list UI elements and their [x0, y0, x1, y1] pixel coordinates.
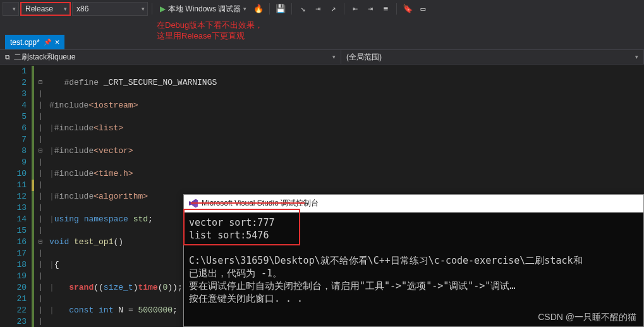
- chevron-down-icon: ▾: [635, 54, 638, 60]
- tab-filename: test.cpp*: [10, 38, 40, 47]
- project-icon: ⧉: [5, 53, 10, 61]
- step-into-icon[interactable]: ↘: [296, 2, 310, 16]
- debugger-label: 本地 Windows 调试器: [168, 4, 241, 15]
- toolbar-separator: [291, 3, 292, 15]
- fold-gutter: ⊟│││││⊟│││││││⊟│││││││: [34, 65, 47, 327]
- toolbar-separator: [152, 3, 152, 15]
- main-toolbar: Release x86 ▶ 本地 Windows 调试器 ▾ 🔥 💾 ↘ ⇥ ↗…: [0, 0, 644, 18]
- indent-more-icon[interactable]: ⇥: [363, 2, 377, 16]
- breadcrumb-bar: ⧉ 二刷stack和queue ▾ (全局范围) ▾: [0, 49, 644, 65]
- console-line: vector sort:777: [189, 217, 274, 228]
- save-icon[interactable]: 💾: [274, 2, 288, 16]
- pin-icon[interactable]: 📌: [44, 39, 51, 46]
- toolbar-generic-dropdown[interactable]: [3, 2, 19, 16]
- console-line: C:\Users\31659\Desktop\就不给你看\C++日常练习\c-c…: [189, 255, 583, 266]
- step-over-icon[interactable]: ⇥: [311, 2, 325, 16]
- indent-less-icon[interactable]: ⇤: [348, 2, 362, 16]
- config-dropdown[interactable]: Release: [20, 2, 71, 16]
- fire-icon[interactable]: 🔥: [252, 2, 265, 16]
- annotation-strikethrough: [191, 202, 305, 204]
- debug-console-window[interactable]: Microsoft Visual Studio 调试控制台 vector sor…: [183, 194, 644, 327]
- annotation-line-2: 这里用Release下更直观: [157, 31, 263, 42]
- breadcrumb-project-name: 二刷stack和queue: [14, 52, 75, 63]
- play-icon: ▶: [160, 4, 166, 13]
- step-out-icon[interactable]: ↗: [326, 2, 340, 16]
- close-icon[interactable]: ×: [55, 37, 60, 47]
- breadcrumb-project[interactable]: ⧉ 二刷stack和queue ▾: [0, 50, 341, 64]
- file-tab[interactable]: test.cpp* 📌 ×: [5, 35, 64, 49]
- watermark-text: CSDN @一只睡不醒的猫: [538, 312, 636, 323]
- console-line: 要在调试停止时自动关闭控制台，请启用"工具"->"选项"->"调试"->"调试…: [189, 280, 515, 292]
- chevron-down-icon: ▾: [332, 54, 336, 60]
- console-output[interactable]: vector sort:777 list sort:5476 C:\Users\…: [184, 213, 643, 326]
- console-titlebar[interactable]: Microsoft Visual Studio 调试控制台: [184, 195, 643, 213]
- tab-bar: test.cpp* 📌 ×: [0, 33, 644, 49]
- console-line: 已退出，代码为 -1。: [189, 268, 282, 279]
- toolbar-separator: [344, 3, 344, 15]
- nav-icon[interactable]: ▭: [416, 2, 430, 16]
- start-debugger-button[interactable]: ▶ 本地 Windows 调试器 ▾: [156, 2, 250, 16]
- console-line: 按任意键关闭此窗口. . .: [189, 293, 303, 304]
- breadcrumb-scope-name: (全局范围): [346, 52, 382, 63]
- annotation-line-1: 在Debug版本下看不出效果，: [157, 20, 263, 31]
- breadcrumb-scope[interactable]: (全局范围) ▾: [341, 50, 644, 64]
- comment-icon[interactable]: ≡: [379, 2, 392, 16]
- bookmark-icon[interactable]: 🔖: [401, 2, 415, 16]
- chevron-down-icon: ▾: [243, 6, 246, 12]
- console-line: list sort:5476: [189, 230, 269, 241]
- line-number-gutter: 1234567891011121314151617181920212223: [0, 65, 32, 327]
- toolbar-separator: [396, 3, 397, 15]
- user-annotation: 在Debug版本下看不出效果， 这里用Release下更直观: [157, 20, 263, 42]
- platform-dropdown[interactable]: x86: [72, 2, 148, 16]
- toolbar-separator: [269, 3, 270, 15]
- fold-toggle[interactable]: ⊟: [34, 77, 47, 89]
